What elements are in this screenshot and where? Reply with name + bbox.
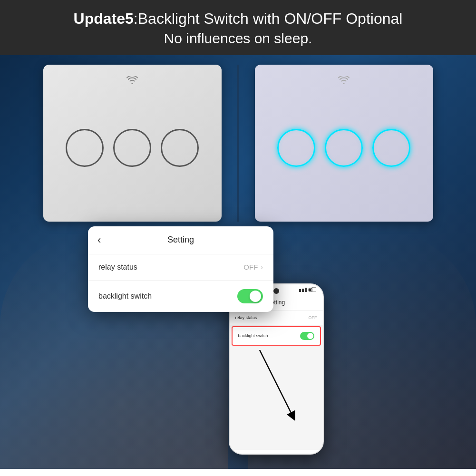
- circle-off-3: [161, 129, 199, 167]
- svg-rect-1: [299, 289, 301, 292]
- modal-header: ‹ Setting: [88, 226, 273, 254]
- svg-rect-3: [305, 288, 307, 292]
- backlight-switch-row[interactable]: backlight switch: [88, 281, 273, 312]
- svg-rect-5: [309, 289, 311, 291]
- title-rest: :Backlight Switch with ON/OFF Optional: [134, 10, 403, 27]
- wifi-icon-left: [126, 76, 138, 87]
- svg-rect-2: [302, 289, 304, 292]
- circle-on-1: [277, 129, 315, 167]
- wifi-icon-right: [338, 76, 350, 87]
- title-line1: Update5:Backlight Switch with ON/OFF Opt…: [5, 9, 471, 29]
- circle-off-2: [113, 129, 151, 167]
- phone-relay-row[interactable]: relay status OFF: [230, 311, 323, 325]
- title-line2: No influences on sleep.: [5, 29, 471, 49]
- header-banner: Update5:Backlight Switch with ON/OFF Opt…: [0, 0, 476, 55]
- phone-notch: [273, 288, 279, 294]
- circle-on-2: [325, 129, 363, 167]
- title-update-bold: Update5: [74, 10, 134, 27]
- main-area: ‹ Setting relay status OFF › backlight s…: [0, 55, 476, 469]
- arrow-line: [255, 350, 312, 426]
- switch-panel-off: [43, 65, 222, 222]
- setting-modal: ‹ Setting relay status OFF › backlight s…: [88, 226, 273, 312]
- phone-backlight-row[interactable]: backlight switch: [232, 326, 321, 346]
- relay-status-right: OFF ›: [243, 263, 263, 271]
- phone-relay-value: OFF: [309, 315, 317, 320]
- phone-toggle-knob: [307, 333, 313, 339]
- relay-status-value: OFF: [243, 263, 258, 271]
- circle-on-3: [372, 129, 410, 167]
- svg-rect-6: [312, 287, 316, 292]
- svg-line-0: [260, 350, 293, 417]
- panel-divider: [237, 65, 239, 222]
- phone-backlight-label: backlight switch: [238, 333, 268, 338]
- phone-signal-icons: [299, 287, 316, 293]
- backlight-switch-label: backlight switch: [98, 292, 152, 301]
- toggle-knob: [250, 291, 261, 302]
- modal-back-button[interactable]: ‹: [97, 234, 101, 246]
- backlight-toggle[interactable]: [237, 289, 263, 303]
- switch-panel-on: [255, 65, 433, 222]
- circle-off-1: [66, 129, 104, 167]
- relay-status-label: relay status: [98, 263, 137, 272]
- relay-status-chevron-icon: ›: [261, 263, 263, 271]
- phone-backlight-toggle[interactable]: [300, 332, 314, 340]
- circles-row-off: [66, 129, 199, 167]
- phone-relay-label: relay status: [235, 315, 257, 320]
- circles-row-on: [277, 129, 410, 167]
- modal-title: Setting: [167, 235, 194, 245]
- relay-status-row[interactable]: relay status OFF ›: [88, 254, 273, 281]
- panels-container: [43, 65, 433, 222]
